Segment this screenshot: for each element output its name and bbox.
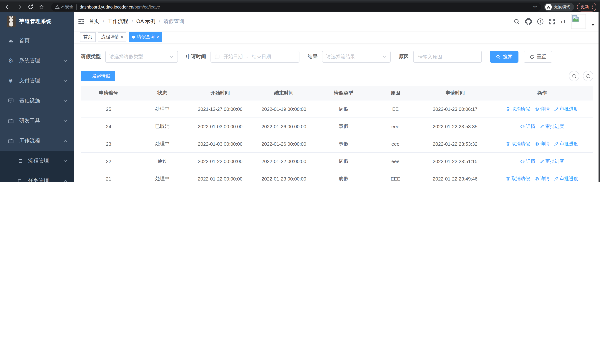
sidebar: 芋道管理系统 首页 ⚙ 系统管理 ￥ 支付管理: [0, 12, 74, 182]
row-action-detail-link[interactable]: 详情: [534, 176, 550, 182]
avatar[interactable]: [571, 14, 586, 29]
cell-apply-time: 2022-01-22 23:53:32: [420, 141, 491, 147]
tag-view-bar: 首页 流程详情 × 请假查询 ×: [74, 31, 600, 43]
action-label: 详情: [526, 158, 535, 164]
forward-arrow-icon: [16, 4, 22, 10]
sidebar-item-task-mgmt[interactable]: 任务管理: [0, 171, 74, 182]
chevron-up-icon: [63, 179, 67, 182]
refresh-table-button[interactable]: [583, 71, 593, 81]
font-size-button[interactable]: TT: [561, 19, 566, 24]
browser-forward-button[interactable]: [15, 2, 24, 11]
question-circle-icon: ?: [537, 18, 544, 25]
close-icon[interactable]: ×: [157, 35, 159, 39]
header-search-button[interactable]: [514, 18, 520, 25]
row-action-progress-link[interactable]: 审批进度: [554, 141, 578, 147]
row-action-cancel-link[interactable]: 取消请假: [506, 176, 530, 182]
action-label: 详情: [540, 106, 550, 112]
eye-icon: [520, 124, 525, 129]
cell-start-time: 2022-01-22 00:00:00: [188, 176, 252, 181]
sidebar-item-home[interactable]: 首页: [0, 31, 74, 51]
table-row: 24已取消2022-01-03 00:00:002022-01-26 00:00…: [81, 118, 593, 135]
row-action-progress-link[interactable]: 审批进度: [540, 123, 564, 130]
tab-leave-query[interactable]: 请假查询 ×: [129, 32, 162, 42]
security-indicator[interactable]: 不安全: [55, 4, 73, 10]
leave-type-label: 请假类型: [81, 53, 101, 60]
row-action-cancel-link[interactable]: 取消请假: [506, 106, 530, 112]
row-action-cancel-link[interactable]: 取消请假: [506, 141, 530, 147]
active-dot: [132, 35, 135, 38]
row-action-progress-link[interactable]: 审批进度: [540, 158, 564, 164]
breadcrumb-item[interactable]: 工作流程: [107, 18, 128, 25]
row-action-detail-link[interactable]: 详情: [520, 158, 535, 164]
tab-label: 流程详情: [101, 34, 119, 40]
cell-end-time: 2022-01-26 00:00:00: [252, 141, 316, 147]
tab-label: 首页: [83, 34, 92, 40]
sidebar-item-workflow[interactable]: 工作流程: [0, 131, 74, 151]
search-button[interactable]: 搜索: [490, 51, 518, 63]
apply-time-range-picker[interactable]: 开始日期 - 结束日期: [210, 51, 300, 63]
cell-end-time: 2022-01-19 00:00:00: [252, 106, 316, 112]
close-icon[interactable]: ×: [121, 35, 123, 39]
sidebar-item-devtools[interactable]: 研发工具: [0, 111, 74, 131]
action-label: 审批进度: [545, 158, 564, 164]
workflow-submenu: 流程管理 任务管理 我的流程: [0, 151, 74, 182]
row-action-detail-link[interactable]: 详情: [520, 123, 535, 130]
refresh-icon: [530, 54, 534, 59]
breadcrumb-item[interactable]: 首页: [89, 18, 99, 25]
breadcrumb-item[interactable]: OA 示例: [136, 18, 155, 25]
browser-update-button[interactable]: 更新: [577, 2, 596, 11]
browser-menu-icon[interactable]: [592, 5, 593, 9]
result-select[interactable]: 请选择流结果: [322, 51, 391, 63]
cell-actions: 取消请假详情审批进度: [491, 176, 593, 182]
reset-button[interactable]: 重置: [524, 51, 552, 63]
app-brand: 芋道管理系统: [0, 12, 74, 31]
reason-label: 原因: [399, 53, 409, 60]
breadcrumb-separator: /: [131, 19, 133, 24]
cell-reason: EE: [371, 106, 420, 112]
show-search-toggle-button[interactable]: [569, 71, 579, 81]
cell-leave-type: 病假: [316, 106, 371, 112]
action-label: 取消请假: [511, 176, 530, 182]
bookmark-star-icon[interactable]: ☆: [533, 4, 537, 10]
list-icon: [16, 158, 23, 164]
sidebar-item-system[interactable]: ⚙ 系统管理: [0, 51, 74, 71]
avatar-dropdown-caret[interactable]: [591, 24, 595, 26]
fullscreen-button[interactable]: [549, 18, 555, 25]
sidebar-item-process-mgmt[interactable]: 流程管理: [0, 151, 74, 171]
row-action-progress-link[interactable]: 审批进度: [554, 176, 578, 182]
page-content: 请假类型 请选择请假类型 申请时间 开始日期 - 结束日期: [74, 43, 600, 182]
help-button[interactable]: ?: [537, 18, 544, 25]
tab-process-detail[interactable]: 流程详情 ×: [98, 32, 127, 42]
github-link[interactable]: [525, 18, 532, 25]
create-leave-button[interactable]: ＋ 发起请假: [81, 71, 115, 81]
cell-status: 已取消: [136, 123, 188, 130]
window-scrollbar[interactable]: [599, 12, 600, 182]
monitor-icon: [7, 98, 14, 104]
browser-back-button[interactable]: [4, 2, 13, 11]
browser-reload-button[interactable]: [26, 2, 35, 11]
row-action-progress-link[interactable]: 审批进度: [554, 106, 578, 112]
leave-type-select[interactable]: 请选择请假类型: [105, 51, 178, 63]
cell-reason: eee: [371, 141, 420, 147]
start-date-placeholder: 开始日期: [224, 53, 243, 60]
eye-icon: [534, 107, 539, 111]
sidebar-collapse-button[interactable]: [78, 18, 84, 25]
cell-end-time: 2022-01-23 00:00:00: [252, 176, 316, 181]
column-header: 原因: [371, 90, 420, 96]
breadcrumb-item-current: 请假查询: [163, 18, 184, 25]
sidebar-item-infrastructure[interactable]: 基础设施: [0, 91, 74, 111]
browser-home-button[interactable]: [37, 2, 46, 11]
breadcrumb-separator: /: [103, 19, 104, 24]
reason-input[interactable]: [417, 54, 478, 60]
warning-icon: [55, 4, 60, 9]
cell-leave-type: 病假: [316, 175, 371, 182]
sidebar-item-payment[interactable]: ￥ 支付管理: [0, 71, 74, 91]
row-action-detail-link[interactable]: 详情: [534, 106, 550, 112]
tab-label: 请假查询: [137, 34, 155, 40]
action-label: 审批进度: [560, 141, 578, 147]
tab-home[interactable]: 首页: [80, 32, 96, 42]
yen-icon: ￥: [7, 77, 14, 84]
address-bar[interactable]: 不安全 dashboard.yudao.iocoder.cn/bpm/oa/le…: [51, 2, 541, 11]
url-host: dashboard.yudao.iocoder.cn: [80, 5, 133, 9]
row-action-detail-link[interactable]: 详情: [534, 141, 550, 147]
